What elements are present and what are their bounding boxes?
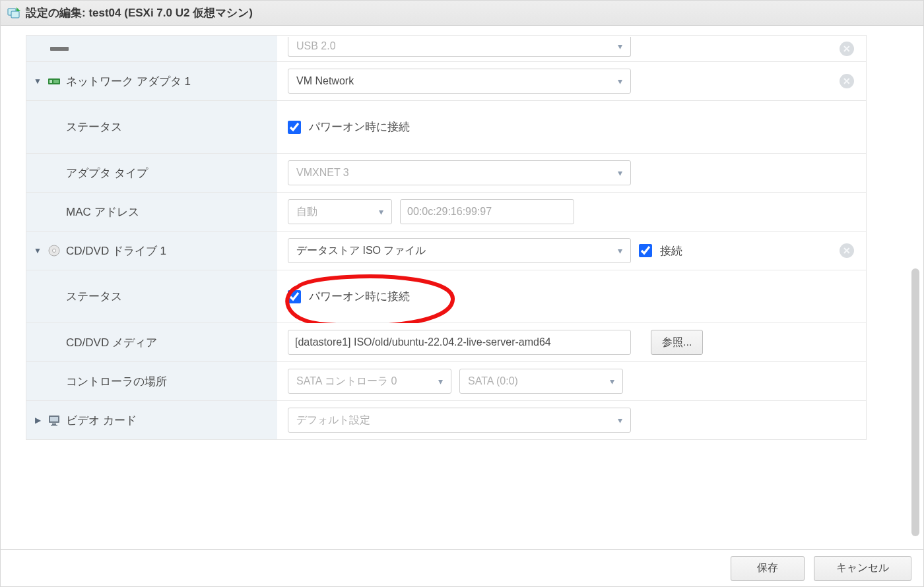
- chevron-right-icon[interactable]: ▶: [33, 416, 42, 425]
- nic-mac-mode-text: 自動: [296, 205, 317, 219]
- cd-slot-text: SATA (0:0): [468, 375, 518, 387]
- usb-icon: [50, 47, 69, 51]
- nic-connect-on-power-checkbox[interactable]: [288, 121, 301, 134]
- cd-media-label-cell: CD/DVD メディア: [26, 323, 277, 361]
- svg-rect-11: [51, 425, 57, 426]
- nic-mac-label: MAC アドレス: [66, 204, 139, 220]
- svg-rect-10: [52, 423, 56, 425]
- cd-connect-label: 接続: [660, 243, 682, 259]
- svg-rect-5: [53, 80, 59, 83]
- nic-label: ネットワーク アダプタ 1: [66, 74, 191, 89]
- remove-nic-button[interactable]: ✕: [840, 74, 854, 88]
- cd-slot-select[interactable]: SATA (0:0) ▾: [459, 369, 623, 394]
- dialog-body: USB 2.0 ▾ ✕ ▼ ネットワーク アダプタ 1 VM: [1, 26, 923, 549]
- video-select-text: デフォルト設定: [296, 414, 370, 427]
- cd-value-cell: データストア ISO ファイル ▾ 接続 ✕: [277, 232, 866, 270]
- cd-connect-checkbox[interactable]: [639, 244, 652, 257]
- cd-connect-on-power-label: パワーオン時に接続: [309, 289, 410, 304]
- video-value-cell: デフォルト設定 ▾: [277, 401, 866, 439]
- cancel-button[interactable]: キャンセル: [814, 556, 911, 581]
- hardware-panel: USB 2.0 ▾ ✕ ▼ ネットワーク アダプタ 1 VM: [26, 35, 867, 440]
- nic-adapter-type-label-cell: アダプタ タイプ: [26, 154, 277, 192]
- chevron-down-icon: ▾: [438, 376, 443, 386]
- nic-status-label-cell: ステータス: [26, 101, 277, 153]
- nic-adapter-type-text: VMXNET 3: [296, 167, 349, 179]
- nic-mac-value-cell: 自動 ▾: [277, 193, 866, 231]
- chevron-down-icon: ▾: [618, 168, 622, 178]
- nic-value-cell: VM Network ▾ ✕: [277, 62, 866, 100]
- remove-usb-button[interactable]: ✕: [840, 42, 854, 56]
- cd-connect-on-power-checkbox[interactable]: [288, 290, 301, 303]
- cd-controller-select[interactable]: SATA コントローラ 0 ▾: [288, 369, 451, 394]
- cd-header-row: ▼ CD/DVD ドライブ 1 データストア ISO ファイル ▾ 接続 ✕: [26, 232, 866, 270]
- usb-row: USB 2.0 ▾ ✕: [26, 36, 866, 62]
- cd-media-label: CD/DVD メディア: [66, 335, 157, 350]
- svg-marker-2: [16, 7, 20, 11]
- chevron-down-icon: ▾: [379, 206, 383, 217]
- nic-status-label: ステータス: [66, 119, 122, 135]
- usb-select-text: USB 2.0: [296, 40, 336, 52]
- nic-label-cell: ▼ ネットワーク アダプタ 1: [26, 62, 277, 100]
- cd-status-value-cell: パワーオン時に接続: [277, 270, 866, 323]
- nic-status-value-cell: パワーオン時に接続: [277, 101, 866, 153]
- chevron-down-icon: ▾: [618, 41, 622, 51]
- usb-select[interactable]: USB 2.0 ▾: [288, 37, 631, 57]
- cd-controller-row: コントローラの場所 SATA コントローラ 0 ▾ SATA (0:0) ▾: [26, 362, 866, 401]
- cd-label: CD/DVD ドライブ 1: [66, 243, 166, 259]
- svg-rect-1: [11, 11, 19, 18]
- chevron-down-icon[interactable]: ▼: [33, 246, 42, 255]
- chevron-down-icon: ▾: [610, 376, 614, 386]
- video-row: ▶ ビデオ カード デフォルト設定 ▾: [26, 401, 866, 439]
- scrollbar-thumb[interactable]: [911, 268, 919, 536]
- cd-controller-label: コントローラの場所: [66, 374, 167, 389]
- nic-icon: [48, 75, 61, 88]
- save-button[interactable]: 保存: [731, 556, 805, 581]
- usb-label-cell: [26, 36, 277, 61]
- cd-icon: [48, 244, 61, 257]
- nic-mac-mode-select[interactable]: 自動 ▾: [288, 199, 392, 224]
- svg-rect-9: [50, 417, 58, 421]
- titlebar: 設定の編集: test04 (ESXi 7.0 U2 仮想マシン): [1, 1, 923, 26]
- nic-adapter-type-value-cell: VMXNET 3 ▾: [277, 154, 866, 192]
- cd-controller-text: SATA コントローラ 0: [296, 375, 397, 388]
- video-select[interactable]: デフォルト設定 ▾: [288, 408, 631, 433]
- nic-mac-row: MAC アドレス 自動 ▾: [26, 193, 866, 232]
- nic-header-row: ▼ ネットワーク アダプタ 1 VM Network ▾ ✕: [26, 62, 866, 101]
- video-label-cell: ▶ ビデオ カード: [26, 401, 277, 439]
- monitor-icon: [48, 414, 61, 427]
- nic-adapter-type-row: アダプタ タイプ VMXNET 3 ▾: [26, 154, 866, 193]
- dialog-footer: 保存 キャンセル: [1, 549, 923, 586]
- cd-type-text: データストア ISO ファイル: [296, 244, 426, 258]
- chevron-down-icon: ▾: [618, 76, 622, 86]
- nic-mac-input[interactable]: [400, 199, 574, 224]
- nic-network-select[interactable]: VM Network ▾: [288, 69, 631, 94]
- usb-value-cell: USB 2.0 ▾ ✕: [277, 36, 866, 61]
- cd-status-label: ステータス: [66, 289, 122, 304]
- cd-media-row: CD/DVD メディア 参照...: [26, 323, 866, 362]
- window-title: 設定の編集: test04 (ESXi 7.0 U2 仮想マシン): [26, 5, 253, 20]
- cd-controller-label-cell: コントローラの場所: [26, 362, 277, 400]
- nic-connect-on-power-label: パワーオン時に接続: [309, 119, 410, 135]
- cd-media-input[interactable]: [288, 330, 631, 355]
- nic-mac-label-cell: MAC アドレス: [26, 193, 277, 231]
- nic-adapter-type-label: アダプタ タイプ: [66, 166, 148, 181]
- nic-adapter-type-select[interactable]: VMXNET 3 ▾: [288, 160, 631, 185]
- svg-rect-4: [50, 80, 52, 83]
- cd-status-row: ステータス パワーオン時に接続: [26, 270, 866, 323]
- cd-media-value-cell: 参照...: [277, 323, 866, 361]
- browse-button[interactable]: 参照...: [651, 330, 703, 355]
- svg-point-7: [53, 249, 56, 253]
- cd-status-label-cell: ステータス: [26, 270, 277, 323]
- chevron-down-icon: ▾: [618, 245, 622, 256]
- remove-cd-button[interactable]: ✕: [840, 243, 854, 258]
- chevron-down-icon: ▾: [618, 415, 622, 425]
- chevron-down-icon[interactable]: ▼: [33, 77, 42, 86]
- vm-icon: [7, 7, 20, 20]
- nic-status-row: ステータス パワーオン時に接続: [26, 101, 866, 154]
- nic-network-text: VM Network: [296, 75, 354, 87]
- edit-settings-window: 設定の編集: test04 (ESXi 7.0 U2 仮想マシン) USB 2.…: [0, 0, 924, 587]
- cd-controller-value-cell: SATA コントローラ 0 ▾ SATA (0:0) ▾: [277, 362, 866, 400]
- cd-label-cell: ▼ CD/DVD ドライブ 1: [26, 232, 277, 270]
- cd-type-select[interactable]: データストア ISO ファイル ▾: [288, 238, 631, 263]
- video-label: ビデオ カード: [66, 413, 137, 428]
